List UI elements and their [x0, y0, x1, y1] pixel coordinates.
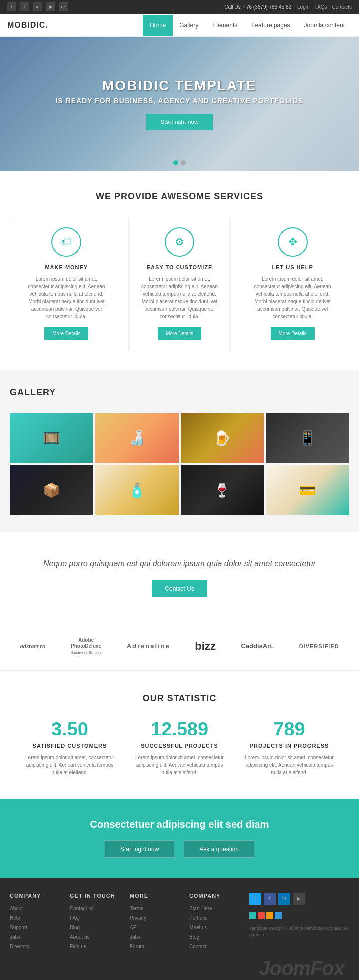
gallery-item-3[interactable] — [181, 413, 264, 463]
gallery-item-2[interactable] — [95, 413, 178, 463]
footer-heading-touch: GET IN TOUCH — [70, 893, 120, 899]
nav-gallery[interactable]: Gallery — [173, 15, 205, 36]
footer-link-jobs[interactable]: Jobs — [10, 934, 20, 940]
services-section: WE PROVIDE AWESOME SERVICES 🏷 MAKE MONEY… — [0, 171, 359, 370]
stat-item-3: 789 PROJECTS IN PROGRESS Lorem ipsum dol… — [234, 719, 344, 776]
footer-linkedin-icon[interactable]: in — [278, 893, 290, 905]
logo: MOBIDIC. — [7, 21, 48, 30]
partner-caddisart: CaddisArt. — [241, 642, 274, 650]
footer-link-portfolio[interactable]: Portfolio — [189, 915, 208, 921]
gallery-item-4[interactable] — [266, 413, 349, 463]
cta-title: Consectetuer adipiscing elit sed diam — [10, 819, 349, 830]
color-dot-teal — [249, 912, 256, 919]
services-title: WE PROVIDE AWESOME SERVICES — [15, 191, 344, 202]
footer-heading-company: COMPANY — [10, 893, 60, 899]
main-nav: MOBIDIC. Home Gallery Elements Feature p… — [0, 14, 359, 37]
hero-dot-2[interactable] — [181, 160, 186, 165]
footer-link-help[interactable]: Help — [10, 915, 20, 921]
footer-links-more: Terms Privacy API Jobs Forum — [130, 905, 180, 950]
footer-link-aboutus[interactable]: About us — [70, 934, 89, 940]
nav-joomla-content[interactable]: Joomla content — [297, 15, 352, 36]
gallery-item-7[interactable] — [181, 465, 264, 515]
footer-link-forum[interactable]: Forum — [130, 944, 144, 949]
googleplus-icon[interactable]: g+ — [59, 2, 68, 11]
contacts-link[interactable]: Contacts — [332, 4, 352, 10]
social-icons-group: t f in ▶ g+ — [7, 2, 68, 11]
footer-link-jobs2[interactable]: Jobs — [130, 934, 140, 940]
color-dot-blue — [275, 912, 282, 919]
footer-link-faq[interactable]: FAQ — [70, 915, 80, 921]
stat-number-3: 789 — [242, 719, 337, 740]
nav-home[interactable]: Home — [143, 15, 173, 36]
service-btn-3[interactable]: More Details — [271, 327, 315, 340]
color-dot-red — [258, 912, 265, 919]
gallery-item-6[interactable] — [95, 465, 178, 515]
hero-dot-1[interactable] — [173, 160, 178, 165]
footer-link-contact[interactable]: Contact us — [70, 906, 94, 911]
footer-link-contact2[interactable]: Contact — [189, 944, 206, 949]
footer-link-support[interactable]: Support — [10, 925, 27, 930]
footer-link-findus[interactable]: Find us — [70, 944, 86, 949]
footer-col-more: MORE Terms Privacy API Jobs Forum — [130, 893, 180, 952]
login-link[interactable]: Login — [297, 4, 309, 10]
stat-number-2: 12.589 — [132, 719, 227, 740]
partner-adstart: adstart|ro — [20, 642, 45, 650]
youtube-icon[interactable]: ▶ — [46, 2, 55, 11]
contact-us-button[interactable]: Contact Us — [152, 580, 207, 597]
stat-text-2: Lorem ipsum dolor sit amet, consectetur … — [132, 754, 227, 776]
facebook-icon[interactable]: f — [20, 2, 29, 11]
footer-twitter-icon[interactable]: t — [249, 893, 261, 905]
faqs-link[interactable]: FAQs — [315, 4, 327, 10]
service-btn-2[interactable]: More Details — [158, 327, 201, 340]
color-dots — [249, 912, 349, 919]
gallery-title: GALLERY — [10, 387, 349, 398]
nav-feature-pages[interactable]: Feature pages — [244, 15, 297, 36]
cta-question-button[interactable]: Ask a question — [184, 840, 254, 858]
service-btn-1[interactable]: More Details — [44, 327, 88, 340]
footer-col-social: t f in ▶ Template Design © Joomla Templa… — [249, 893, 349, 952]
footer-link-terms[interactable]: Terms — [130, 906, 143, 911]
nav-links: Home Gallery Elements Feature pages Joom… — [143, 15, 352, 36]
phone-number: Call Us: +76 (3679) 789 45 62 — [224, 4, 291, 10]
stats-section: OUR STATISTIC 3.50 SATISFIED CUSTOMERS L… — [0, 671, 359, 799]
hero-cta-button[interactable]: Start right now — [146, 114, 212, 130]
footer-links-company: About Help Support Jobs Directory — [10, 905, 60, 950]
linkedin-icon[interactable]: in — [33, 2, 42, 11]
make-money-icon: 🏷 — [51, 227, 81, 257]
footer-col-company: COMPANY About Help Support Jobs Director… — [10, 893, 60, 952]
footer-link-directory[interactable]: Directory — [10, 944, 30, 949]
nav-elements[interactable]: Elements — [205, 15, 244, 36]
service-text-2: Lorem ipsum dolor sit amet, consectetur … — [136, 275, 223, 320]
stat-label-1: SATISFIED CUSTOMERS — [22, 743, 117, 749]
hero-title: MOBIDIC TEMPLATE — [56, 78, 304, 94]
footer-link-blog[interactable]: Blog — [70, 925, 80, 930]
footer-link-meetus[interactable]: Meet us — [189, 925, 207, 930]
service-card-2: ⚙ EASY TO CUSTOMIZE Lorem ipsum dolor si… — [128, 217, 231, 350]
joomfox-text: JoomFox — [259, 957, 344, 979]
top-bar-right: Call Us: +76 (3679) 789 45 62 Login FAQs… — [224, 4, 352, 10]
cta-start-button[interactable]: Start right now — [105, 840, 174, 858]
stat-text-1: Lorem ipsum dolor sit amet, consectetur … — [22, 754, 117, 776]
partner-diversified: diversified — [299, 643, 339, 649]
footer-link-about[interactable]: About — [10, 906, 23, 911]
footer: COMPANY About Help Support Jobs Director… — [0, 878, 359, 980]
footer-links-touch: Contact us FAQ Blog About us Find us — [70, 905, 120, 950]
footer-link-privacy[interactable]: Privacy — [130, 915, 146, 921]
footer-facebook-icon[interactable]: f — [264, 893, 276, 905]
gallery-item-8[interactable] — [266, 465, 349, 515]
footer-link-blog2[interactable]: Blog — [189, 934, 199, 940]
stat-label-2: SUCCESSFUL PROJECTS — [132, 743, 227, 749]
stats-grid: 3.50 SATISFIED CUSTOMERS Lorem ipsum dol… — [15, 719, 344, 776]
footer-col-touch: GET IN TOUCH Contact us FAQ Blog About u… — [70, 893, 120, 952]
stat-label-3: PROJECTS IN PROGRESS — [242, 743, 337, 749]
gallery-item-5[interactable] — [10, 465, 93, 515]
footer-youtube-icon[interactable]: ▶ — [293, 893, 305, 905]
twitter-icon[interactable]: t — [7, 2, 16, 11]
hero-section: MOBIDIC TEMPLATE IS READY FOR BUSINESS, … — [0, 37, 359, 171]
footer-link-starthere[interactable]: Start Here — [189, 906, 212, 911]
gallery-item-1[interactable] — [10, 413, 93, 463]
footer-link-api[interactable]: API — [130, 925, 138, 930]
partner-adrenaline: Adrenaline — [127, 642, 170, 650]
gallery-section: GALLERY — [0, 370, 359, 532]
service-title-1: MAKE MONEY — [23, 264, 110, 270]
